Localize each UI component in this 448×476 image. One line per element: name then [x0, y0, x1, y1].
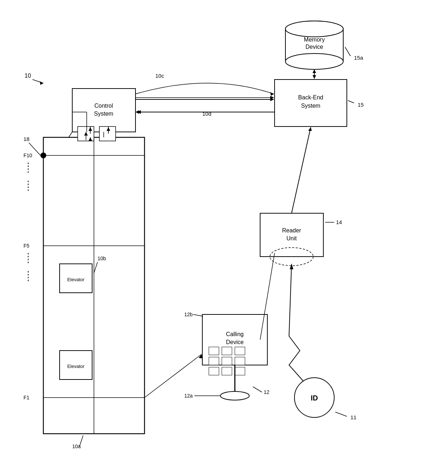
label-f1: F1 — [23, 395, 30, 400]
label-18: 18 — [23, 136, 30, 142]
label-12a: 12a — [184, 393, 193, 399]
svg-line-5 — [345, 47, 350, 56]
label-12: 12 — [264, 389, 270, 395]
diagram-container: Memory Device 15a Back-End System 15 Con… — [0, 0, 448, 476]
svg-rect-56 — [222, 357, 232, 365]
svg-marker-9 — [313, 69, 316, 73]
svg-marker-13 — [40, 81, 43, 85]
svg-rect-58 — [209, 367, 219, 375]
svg-line-7 — [348, 100, 354, 103]
label-10c: 10c — [155, 73, 164, 79]
svg-marker-49 — [308, 127, 312, 131]
label-11: 11 — [350, 414, 357, 420]
svg-rect-55 — [209, 357, 219, 365]
elevator2-label: Elevator — [67, 364, 85, 369]
calling-device-label2: Device — [226, 339, 244, 345]
svg-line-69 — [335, 412, 347, 416]
label-14: 14 — [336, 219, 342, 225]
svg-point-28 — [40, 153, 46, 158]
label-f10: F10 — [23, 153, 32, 158]
back-end-label2: System — [301, 103, 320, 109]
label-10d: 10d — [202, 111, 211, 117]
svg-point-2 — [285, 53, 343, 69]
label-15a: 15a — [354, 55, 363, 61]
svg-rect-53 — [222, 347, 232, 355]
label-f5: F5 — [23, 243, 30, 249]
svg-marker-10 — [313, 75, 316, 79]
svg-line-66 — [145, 354, 202, 398]
id-label: ID — [311, 394, 318, 402]
memory-device-label2: Device — [306, 44, 323, 50]
svg-line-48 — [292, 127, 311, 213]
svg-marker-70 — [290, 264, 293, 269]
svg-rect-54 — [235, 347, 245, 355]
svg-rect-11 — [72, 89, 135, 132]
svg-rect-46 — [260, 213, 323, 257]
memory-device-label: Memory — [304, 37, 325, 43]
svg-line-75 — [69, 132, 72, 137]
svg-line-61 — [193, 314, 203, 316]
svg-line-65 — [253, 387, 262, 392]
control-system-label: Control — [94, 103, 113, 109]
svg-rect-57 — [235, 357, 245, 365]
label-12b: 12b — [184, 312, 193, 317]
svg-marker-16 — [270, 92, 274, 96]
svg-marker-81 — [135, 110, 139, 114]
reader-unit-label: Reader — [282, 227, 301, 233]
calling-device-label: Calling — [226, 331, 244, 337]
svg-rect-59 — [222, 367, 232, 375]
svg-point-4 — [285, 21, 343, 37]
svg-point-63 — [220, 391, 249, 400]
label-10: 10 — [25, 73, 31, 79]
label-15: 15 — [358, 102, 364, 108]
label-10b: 10b — [98, 256, 106, 261]
back-end-label: Back-End — [298, 94, 323, 100]
svg-rect-31 — [99, 126, 116, 141]
svg-rect-60 — [235, 367, 245, 375]
svg-rect-52 — [209, 347, 219, 355]
svg-line-45 — [79, 436, 83, 446]
reader-unit-label2: Unit — [287, 235, 297, 241]
elevator1-label: Elevator — [67, 277, 85, 282]
control-system-label2: System — [94, 111, 113, 117]
